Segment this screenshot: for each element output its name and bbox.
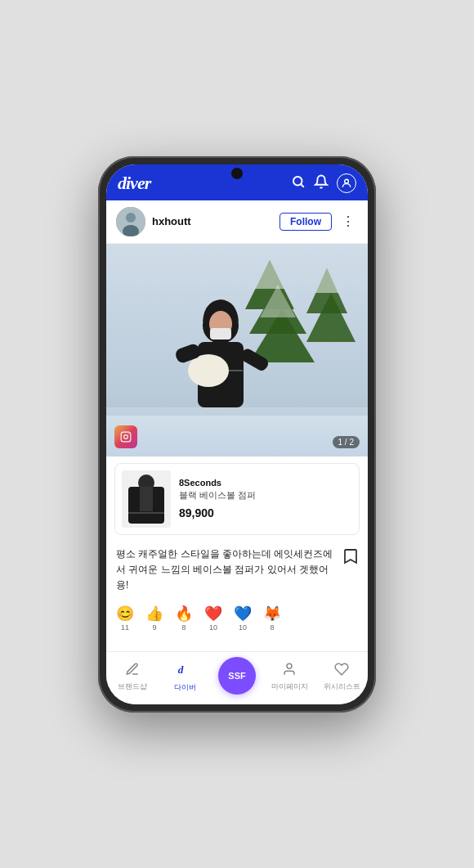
- phone-frame: diver: [98, 156, 376, 713]
- nav-ssf[interactable]: SSF: [217, 657, 257, 698]
- brandshop-icon: [125, 662, 140, 680]
- user-row: hxhoutt Follow ⋮: [106, 200, 368, 244]
- wishlist-label: 위시리스트: [324, 681, 360, 692]
- nav-mypage[interactable]: 마이페이지: [269, 662, 310, 692]
- product-name: 블랙 베이스볼 점퍼: [179, 489, 352, 501]
- header-icons: [291, 173, 356, 193]
- reaction-smile[interactable]: 😊 11: [116, 605, 134, 632]
- product-card[interactable]: 8Seconds 블랙 베이스볼 점퍼 89,900: [114, 463, 360, 535]
- phone-screen: diver: [106, 164, 368, 704]
- username: hxhoutt: [152, 215, 273, 227]
- svg-point-4: [126, 213, 136, 223]
- app-logo: diver: [118, 173, 150, 194]
- svg-rect-32: [140, 487, 153, 511]
- content-area: hxhoutt Follow ⋮: [106, 200, 368, 651]
- ssf-button[interactable]: SSF: [218, 657, 256, 695]
- svg-point-27: [128, 434, 129, 434]
- svg-line-1: [301, 184, 303, 187]
- follow-button[interactable]: Follow: [279, 213, 332, 231]
- svg-point-34: [287, 663, 292, 668]
- search-icon[interactable]: [291, 174, 306, 192]
- svg-point-0: [293, 177, 302, 186]
- bell-icon[interactable]: [314, 174, 329, 192]
- product-brand: 8Seconds: [179, 478, 352, 488]
- svg-text:d: d: [178, 663, 184, 676]
- svg-rect-25: [121, 432, 131, 442]
- reactions-row: 😊 11 👍 9 🔥 8 ❤️ 10 💙 10: [106, 600, 368, 638]
- diver-nav-icon: d: [177, 661, 193, 681]
- reaction-heart[interactable]: ❤️ 10: [204, 605, 222, 632]
- product-info: 8Seconds 블랙 베이스볼 점퍼 89,900: [179, 478, 352, 519]
- svg-rect-19: [210, 328, 231, 340]
- brandshop-label: 브랜드샵: [118, 681, 147, 692]
- phone-notch: [231, 168, 243, 179]
- post-image: 1 / 2: [106, 244, 368, 456]
- bookmark-icon[interactable]: [343, 548, 358, 569]
- nav-diver[interactable]: d 다이버: [164, 661, 205, 693]
- product-thumbnail: [122, 470, 171, 528]
- reaction-fire[interactable]: 🔥 8: [175, 605, 193, 632]
- wishlist-icon: [334, 662, 349, 680]
- product-price: 89,900: [179, 506, 352, 519]
- svg-point-2: [345, 179, 349, 183]
- nav-brandshop[interactable]: 브랜드샵: [112, 662, 153, 692]
- diver-nav-label: 다이버: [174, 682, 196, 693]
- reaction-fox[interactable]: 🦊 8: [263, 605, 281, 632]
- avatar: [116, 207, 145, 236]
- reaction-blue-heart[interactable]: 💙 10: [234, 605, 252, 632]
- post-caption: 평소 캐주얼한 스타일을 좋아하는데 에잇세컨즈에서 귀여운 느낌의 베이스볼 …: [106, 542, 368, 600]
- mypage-icon: [282, 662, 297, 680]
- page-indicator: 1 / 2: [333, 436, 360, 448]
- my-icon[interactable]: [337, 173, 356, 193]
- reaction-thumbs-up[interactable]: 👍 9: [145, 605, 163, 632]
- svg-point-26: [124, 434, 128, 438]
- post-image-bg: [106, 244, 368, 456]
- instagram-icon[interactable]: [114, 425, 137, 448]
- more-options-icon[interactable]: ⋮: [338, 214, 358, 229]
- bottom-nav: 브랜드샵 d 다이버 SSF 마이페이지: [106, 651, 368, 704]
- mypage-label: 마이페이지: [271, 681, 308, 692]
- svg-point-22: [188, 354, 229, 387]
- nav-wishlist[interactable]: 위시리스트: [321, 662, 362, 692]
